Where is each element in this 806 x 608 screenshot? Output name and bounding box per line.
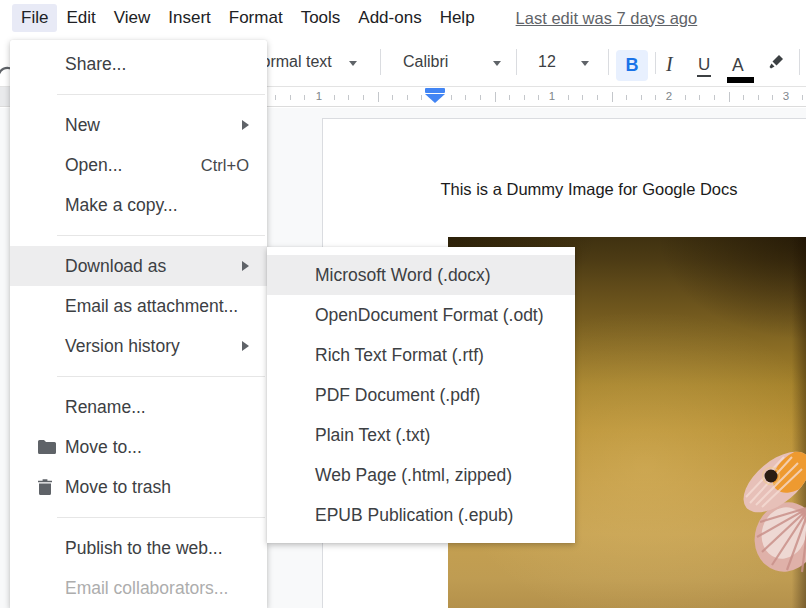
submenu-arrow-icon [242, 341, 249, 351]
menu-item-rich-text-format-rtf[interactable]: Rich Text Format (.rtf) [267, 335, 575, 375]
menu-item-label: Move to... [65, 437, 142, 458]
ruler-tick [597, 95, 598, 100]
ruler-tick [743, 95, 744, 100]
menubar-item-add-ons[interactable]: Add-ons [349, 4, 430, 32]
ruler-tick [407, 95, 408, 100]
document-text[interactable]: This is a Dummy Image for Google Docs [440, 180, 737, 199]
menu-item-opendocument-format-odt[interactable]: OpenDocument Format (.odt) [267, 295, 575, 335]
italic-button[interactable]: I [666, 53, 673, 76]
menubar-item-edit[interactable]: Edit [57, 4, 104, 32]
chevron-down-icon[interactable] [581, 61, 589, 66]
menu-item-label: OpenDocument Format (.odt) [315, 305, 544, 326]
menubar-item-view[interactable]: View [105, 4, 160, 32]
chevron-down-icon[interactable] [349, 61, 357, 66]
menu-item-make-a-copy[interactable]: Make a copy... [10, 185, 267, 225]
menu-item-open[interactable]: Open...Ctrl+O [10, 145, 267, 185]
ruler-tick [582, 95, 583, 100]
ruler-tick [275, 95, 276, 100]
menu-item-email-collaborators[interactable]: Email collaborators... [10, 568, 267, 608]
menu-item-label: Plain Text (.txt) [315, 425, 430, 446]
menu-item-label: Share... [65, 54, 126, 75]
ruler-number: 3 [783, 90, 789, 102]
butterfly-image [732, 437, 806, 587]
ruler-tick [363, 95, 364, 100]
folder-icon [38, 440, 56, 455]
toolbar-divider [655, 52, 656, 74]
submenu-arrow-icon [242, 261, 249, 271]
menu-item-microsoft-word-docx[interactable]: Microsoft Word (.docx) [267, 255, 575, 295]
ruler-tick [465, 95, 466, 100]
font-name-dropdown[interactable]: Calibri [403, 53, 448, 71]
menu-item-web-page-html-zipped[interactable]: Web Page (.html, zipped) [267, 455, 575, 495]
toolbar-divider [380, 49, 381, 75]
bold-button[interactable]: B [616, 50, 648, 81]
submenu-arrow-icon [242, 120, 249, 130]
ruler-tick [509, 95, 510, 100]
menu-item-label: Web Page (.html, zipped) [315, 465, 512, 486]
menu-item-new[interactable]: New [10, 105, 267, 145]
menu-item-label: Download as [65, 256, 166, 277]
ruler-tick [524, 95, 525, 100]
menu-item-rename[interactable]: Rename... [10, 387, 267, 427]
menu-item-publish-to-the-web[interactable]: Publish to the web... [10, 528, 267, 568]
underline-button[interactable]: U [697, 55, 711, 77]
paint-format-icon[interactable] [766, 51, 786, 71]
menu-item-label: PDF Document (.pdf) [315, 385, 480, 406]
menu-item-plain-text-txt[interactable]: Plain Text (.txt) [267, 415, 575, 455]
font-size-dropdown[interactable]: 12 [538, 53, 556, 71]
ruler-tick [334, 95, 335, 100]
menu-divider [57, 235, 265, 236]
menu-item-label: Email as attachment... [65, 296, 238, 317]
menubar-item-help[interactable]: Help [431, 4, 484, 32]
menu-item-label: Microsoft Word (.docx) [315, 265, 491, 286]
ruler-number: 2 [666, 90, 672, 102]
menu-item-version-history[interactable]: Version history [10, 326, 267, 366]
text-color-button[interactable]: A [732, 55, 744, 76]
menubar-item-file[interactable]: File [12, 4, 57, 32]
ruler-tick [451, 95, 452, 100]
ruler-tick [421, 95, 422, 100]
menu-item-label: Version history [65, 336, 180, 357]
ruler-tick [655, 95, 656, 100]
file-menu: Share...NewOpen...Ctrl+OMake a copy...Do… [10, 40, 267, 608]
ruler-tick [538, 95, 539, 100]
ruler-tick [641, 95, 642, 100]
ruler-tick [392, 95, 393, 100]
menu-item-download-as[interactable]: Download as [10, 246, 267, 286]
menubar-item-insert[interactable]: Insert [159, 4, 220, 32]
first-line-indent-marker[interactable] [425, 88, 445, 93]
menu-item-epub-publication-epub[interactable]: EPUB Publication (.epub) [267, 495, 575, 535]
menu-item-label: EPUB Publication (.epub) [315, 505, 513, 526]
menu-item-label: Rename... [65, 397, 146, 418]
ruler-tick [802, 95, 803, 100]
menu-item-label: Rich Text Format (.rtf) [315, 345, 484, 366]
last-edit-link[interactable]: Last edit was 7 days ago [516, 9, 698, 28]
menu-item-email-as-attachment[interactable]: Email as attachment... [10, 286, 267, 326]
ruler-number: 1 [549, 90, 555, 102]
menu-item-label: Email collaborators... [65, 578, 228, 599]
menu-item-label: Move to trash [65, 477, 171, 498]
menu-item-move-to-trash[interactable]: Move to trash [10, 467, 267, 507]
download-as-submenu: Microsoft Word (.docx)OpenDocument Forma… [267, 247, 575, 543]
menu-item-share[interactable]: Share... [10, 44, 267, 84]
ruler-tick [626, 95, 627, 100]
chevron-down-icon[interactable] [493, 61, 501, 66]
menu-divider [57, 517, 265, 518]
menu-item-shortcut: Ctrl+O [201, 156, 249, 175]
menubar-item-tools[interactable]: Tools [292, 4, 350, 32]
ruler-tick [772, 95, 773, 100]
menu-item-label: New [65, 115, 100, 136]
left-indent-marker[interactable] [425, 94, 445, 103]
ruler-tick [304, 95, 305, 100]
ruler-tick [348, 95, 349, 100]
ruler-tick [699, 95, 700, 100]
menu-item-pdf-document-pdf[interactable]: PDF Document (.pdf) [267, 375, 575, 415]
menu-bar: FileEditViewInsertFormatToolsAdd-onsHelp… [0, 0, 806, 36]
toolbar-divider [799, 49, 800, 75]
trash-icon [38, 479, 52, 496]
ruler-tick [378, 92, 379, 102]
text-color-bar [727, 77, 754, 83]
menu-item-move-to[interactable]: Move to... [10, 427, 267, 467]
menubar-item-format[interactable]: Format [220, 4, 292, 32]
toolbar-divider [516, 49, 517, 75]
